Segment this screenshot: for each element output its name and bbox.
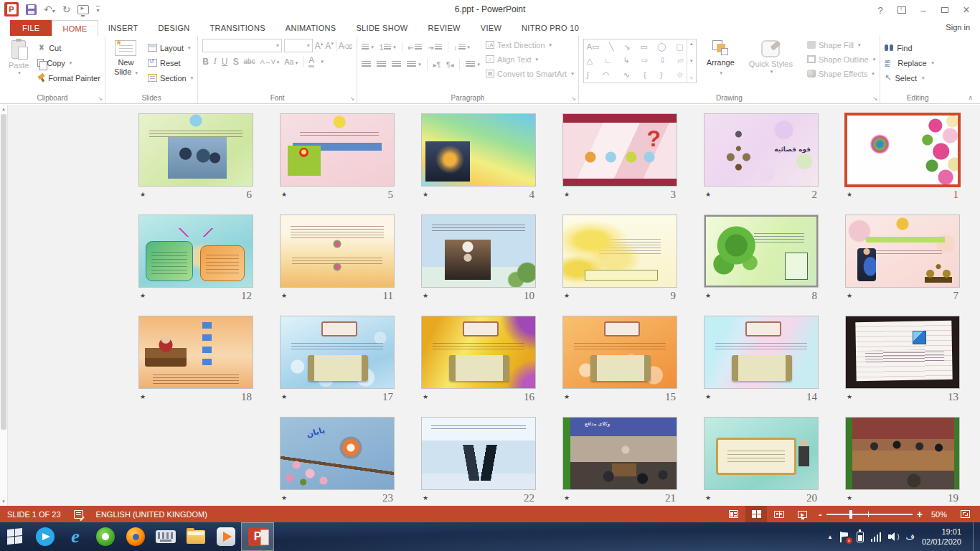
on-screen-keyboard-icon[interactable] [151,522,181,551]
cut-button[interactable]: Cut [37,41,100,55]
slide-thumbnail-11[interactable] [280,215,395,288]
slide-thumbnail-21[interactable]: وکلای مدافع [562,417,677,490]
line-spacing-button[interactable]: ↕▾ [454,44,471,52]
scroll-down-icon[interactable]: ▼ [0,497,7,506]
align-left-button[interactable] [362,61,371,68]
animation-star-icon[interactable]: ★ [705,191,711,198]
shape-effects-button[interactable]: Shape Effects▾ [807,67,875,80]
slide-thumbnail-15[interactable] [562,316,677,389]
slide-show-button[interactable] [791,506,813,522]
numbering-button[interactable]: 1▾ [380,44,396,52]
font-dialog-launcher-icon[interactable]: ↘ [349,95,354,102]
shapes-gallery[interactable]: A▭╲↘▭◯▢ △∟↳⇨⇩▱ ∫◠∿{}☆ ▴▾▿ [583,39,697,83]
zoom-level[interactable]: 50% [931,510,947,519]
slide-thumbnail-19[interactable] [845,417,960,490]
tab-animations[interactable]: ANIMATIONS [275,20,347,36]
collapse-ribbon-icon[interactable]: ∧ [968,94,973,101]
replace-button[interactable]: abacReplace▾ [885,56,951,70]
animation-star-icon[interactable]: ★ [281,292,287,299]
slide-thumbnail-3[interactable] [562,113,677,187]
animation-star-icon[interactable]: ★ [564,494,570,501]
columns-button[interactable]: ▾ [466,61,480,68]
right-to-left-button[interactable]: ¶◂ [446,61,453,69]
tab-slide-show[interactable]: SLIDE SHOW [346,20,418,36]
tab-insert[interactable]: INSERT [98,20,149,36]
align-center-button[interactable] [377,61,386,68]
fit-slide-to-window-button[interactable] [954,506,976,522]
animation-star-icon[interactable]: ★ [423,393,428,400]
animation-star-icon[interactable]: ★ [564,393,570,400]
layout-button[interactable]: Layout▾ [148,41,193,55]
zoom-out-button[interactable]: - [819,511,822,518]
animation-star-icon[interactable]: ★ [705,494,711,501]
shape-outline-button[interactable]: Shape Outline▾ [807,53,875,65]
align-right-button[interactable] [392,61,401,68]
convert-to-smartart-button[interactable]: ▤Convert to SmartArt▾ [486,67,574,80]
animation-star-icon[interactable]: ★ [423,494,428,501]
left-to-right-button[interactable]: ▸¶ [433,61,440,69]
scrollbar-thumb[interactable] [1,114,6,430]
slide-thumbnail-7[interactable] [845,215,960,288]
slide-thumbnail-20[interactable] [704,417,819,490]
shape-fill-button[interactable]: Shape Fill▾ [807,39,875,51]
slide-thumbnail-16[interactable] [421,316,536,389]
slide-thumbnail-4[interactable] [421,113,536,187]
bold-button[interactable]: B [202,57,209,67]
animation-star-icon[interactable]: ★ [564,292,570,299]
font-size-combobox[interactable]: ▾ [284,39,313,52]
spell-check-icon[interactable] [74,510,83,519]
animation-star-icon[interactable]: ★ [847,494,852,501]
slide-thumbnail-12[interactable] [138,215,253,288]
justify-button[interactable]: ▾ [407,61,421,68]
increase-indent-icon[interactable]: ⇥ [428,44,441,52]
character-spacing-button[interactable]: A↔V▾ [260,58,280,65]
strikethrough-button[interactable]: abc [244,57,255,65]
close-button[interactable]: × [956,2,977,18]
tab-home[interactable]: HOME [52,20,98,36]
select-button[interactable]: ↖Select▾ [885,71,951,85]
drawing-dialog-launcher-icon[interactable]: ↘ [873,95,878,102]
decrease-indent-icon[interactable]: ⇤ [408,44,422,52]
slide-thumbnail-23[interactable]: پایان [280,417,395,490]
slide-thumbnail-13[interactable] [845,316,960,389]
animation-star-icon[interactable]: ★ [847,292,852,299]
quick-styles-button[interactable]: Quick Styles▾ [745,39,797,92]
tab-transitions[interactable]: TRANSITIONS [200,20,275,36]
animation-star-icon[interactable]: ★ [705,393,711,400]
internet-explorer-icon[interactable]: e [60,522,90,551]
tab-file[interactable]: FILE [10,20,52,36]
font-color-button[interactable]: A [308,55,314,67]
shrink-font-button[interactable]: A▾ [325,41,334,51]
show-desktop-button[interactable] [973,522,977,551]
arrange-button[interactable]: Arrange▾ [702,39,739,92]
media-player-icon[interactable] [211,522,241,551]
copy-button[interactable]: Copy▾ [37,56,100,70]
animation-star-icon[interactable]: ★ [847,191,852,198]
green-media-app-icon[interactable] [90,522,121,551]
font-name-combobox[interactable]: ▾ [202,39,282,52]
animation-star-icon[interactable]: ★ [281,393,287,400]
paste-button[interactable]: Paste▾ [4,39,33,92]
animation-star-icon[interactable]: ★ [140,292,146,299]
minimize-button[interactable]: – [913,2,934,18]
animation-star-icon[interactable]: ★ [281,191,287,198]
firefox-icon[interactable] [121,522,151,551]
bullets-button[interactable]: ▾ [362,44,374,51]
input-language-badge[interactable]: ف [905,532,914,542]
underline-button[interactable]: U [222,57,228,67]
telegram-icon[interactable] [30,522,60,551]
powerpoint-taskbar-icon[interactable]: P [241,522,274,551]
find-button[interactable]: Find [885,41,951,55]
animation-star-icon[interactable]: ★ [564,191,570,198]
grow-font-button[interactable]: A▴ [315,41,324,51]
animation-star-icon[interactable]: ★ [847,393,852,400]
align-text-button[interactable]: ↕Align Text▾ [486,53,574,65]
slide-thumbnail-2[interactable]: قوه قضائیه [704,113,819,187]
animation-star-icon[interactable]: ★ [281,494,287,501]
reset-button[interactable]: Reset [148,56,193,70]
animation-star-icon[interactable]: ★ [705,292,711,299]
volume-icon[interactable]: ) [888,532,898,542]
action-center-flag-icon[interactable]: × [840,532,849,542]
animation-star-icon[interactable]: ★ [423,191,428,198]
normal-view-button[interactable] [722,506,744,522]
